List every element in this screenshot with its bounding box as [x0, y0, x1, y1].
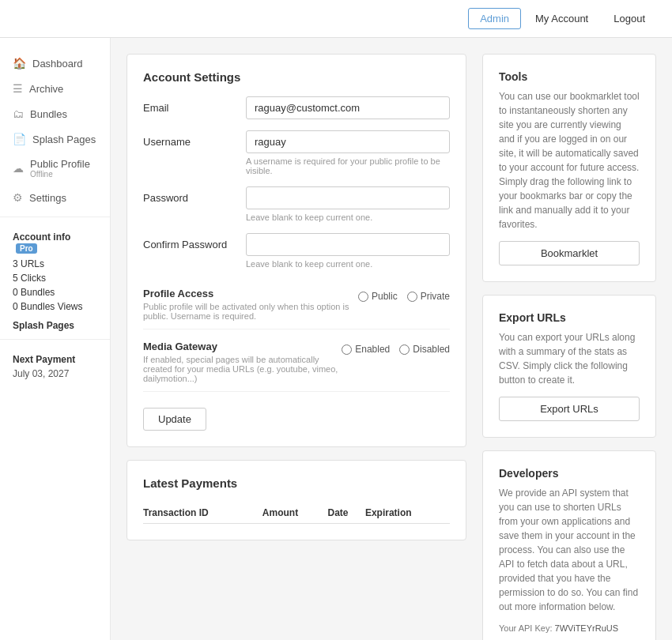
sidebar-label-splash: Splash Pages: [32, 134, 96, 145]
export-urls-title: Export URLs: [499, 311, 640, 324]
username-label: Username: [143, 130, 246, 148]
next-payment-label: Next Payment: [0, 346, 110, 367]
account-info-title: Account info Pro: [0, 224, 110, 257]
export-urls-desc: You can export your URLs along with a su…: [499, 330, 640, 387]
confirm-password-hint: Leave blank to keep current one.: [246, 259, 450, 269]
home-icon: 🏠: [13, 57, 26, 70]
media-gateway-left: Media Gateway If enabled, special pages …: [143, 341, 342, 383]
update-button[interactable]: Update: [143, 408, 206, 431]
sidebar-label-archive: Archive: [29, 83, 63, 95]
sidebar-item-settings[interactable]: ⚙ Settings: [0, 185, 110, 210]
sidebar-label-public-profile: Public Profile Offline: [30, 158, 90, 179]
email-row: Email: [143, 96, 450, 119]
media-disabled-radio[interactable]: Disabled: [399, 344, 450, 355]
account-settings-title: Account Settings: [143, 70, 450, 84]
my-account-button[interactable]: My Account: [524, 9, 599, 28]
media-enabled-label: Enabled: [355, 344, 390, 355]
profile-access-left: Profile Access Public profile will be ac…: [143, 288, 358, 321]
username-field-container: A username is required for your public p…: [246, 130, 450, 175]
splash-icon: 📄: [13, 133, 26, 145]
username-row: Username A username is required for your…: [143, 130, 450, 175]
main-content: Account Settings Email Username A userna…: [111, 38, 672, 640]
export-urls-card: Export URLs You can export your URLs alo…: [482, 295, 656, 438]
profile-access-desc: Public profile will be activated only wh…: [143, 302, 358, 321]
latest-payments-card: Latest Payments Transaction ID Amount Da…: [126, 460, 466, 540]
profile-access-title: Profile Access: [143, 288, 358, 299]
col-transaction-id: Transaction ID: [143, 503, 262, 524]
account-settings-card: Account Settings Email Username A userna…: [126, 54, 466, 447]
username-hint: A username is required for your public p…: [246, 156, 450, 175]
media-enabled-input[interactable]: [342, 344, 352, 355]
media-gateway-title: Media Gateway: [143, 341, 342, 352]
media-gateway-right: Enabled Disabled: [342, 341, 450, 355]
profile-access-right: Public Private: [358, 288, 450, 302]
col-expiration: Expiration: [365, 503, 450, 524]
top-nav: Admin My Account Logout: [0, 0, 672, 38]
media-enabled-radio[interactable]: Enabled: [342, 344, 390, 355]
logout-button[interactable]: Logout: [602, 9, 656, 28]
settings-icon: ⚙: [13, 191, 23, 204]
sidebar-label-bundles: Bundles: [30, 108, 67, 120]
tools-title: Tools: [499, 70, 640, 83]
profile-private-label: Private: [421, 291, 450, 302]
sidebar-item-splash-pages[interactable]: 📄 Splash Pages: [0, 126, 110, 152]
latest-payments-title: Latest Payments: [143, 476, 450, 490]
admin-button[interactable]: Admin: [468, 8, 521, 29]
media-disabled-input[interactable]: [399, 344, 410, 355]
col-date: Date: [327, 503, 364, 524]
splash-pages-subheading: Splash Pages: [0, 314, 110, 333]
sidebar-divider: [0, 216, 110, 217]
password-label: Password: [143, 186, 246, 204]
sidebar-label-settings: Settings: [29, 192, 66, 204]
sidebar: 🏠 Dashboard ☰ Archive 🗂 Bundles 📄 Splash…: [0, 38, 111, 640]
password-input[interactable]: [246, 186, 450, 209]
main-layout: 🏠 Dashboard ☰ Archive 🗂 Bundles 📄 Splash…: [0, 38, 672, 640]
stat-bundles-views: 0 Bundles Views: [0, 299, 110, 314]
api-key-label: Your API Key: 7WViTEYrRuUS: [499, 623, 640, 633]
export-urls-button[interactable]: Export URLs: [499, 397, 640, 421]
tools-desc: You can use our bookmarklet tool to inst…: [499, 89, 640, 232]
developers-desc: We provide an API system that you can us…: [499, 486, 640, 614]
next-payment-date: July 03, 2027: [0, 367, 110, 381]
col-amount: Amount: [262, 503, 328, 524]
profile-private-radio[interactable]: Private: [407, 291, 450, 302]
username-input[interactable]: [246, 130, 450, 153]
tools-card: Tools You can use our bookmarklet tool t…: [482, 54, 656, 282]
email-input[interactable]: [246, 96, 450, 119]
bookmarklet-button[interactable]: Bookmarklet: [499, 241, 640, 265]
sidebar-item-archive[interactable]: ☰ Archive: [0, 76, 110, 101]
email-label: Email: [143, 96, 246, 114]
pro-badge: Pro: [16, 243, 37, 254]
password-hint: Leave blank to keep current one.: [246, 213, 450, 222]
payments-table: Transaction ID Amount Date Expiration: [143, 503, 450, 524]
email-field-container: [246, 96, 450, 119]
left-column: Account Settings Email Username A userna…: [126, 54, 466, 640]
stat-clicks: 5 Clicks: [0, 271, 110, 285]
confirm-password-input[interactable]: [246, 233, 450, 256]
media-disabled-label: Disabled: [413, 344, 450, 355]
media-gateway-row: Media Gateway If enabled, special pages …: [143, 341, 450, 392]
stat-urls: 3 URLs: [0, 257, 110, 271]
confirm-password-label: Confirm Password: [143, 233, 246, 250]
profile-public-radio[interactable]: Public: [358, 291, 398, 302]
sidebar-item-dashboard[interactable]: 🏠 Dashboard: [0, 51, 110, 76]
password-row: Password Leave blank to keep current one…: [143, 186, 450, 222]
profile-public-label: Public: [372, 291, 398, 302]
profile-private-input[interactable]: [407, 292, 417, 302]
sidebar-divider-2: [0, 339, 110, 340]
confirm-password-row: Confirm Password Leave blank to keep cur…: [143, 233, 450, 269]
profile-access-row: Profile Access Public profile will be ac…: [143, 288, 450, 329]
developers-title: Developers: [499, 467, 640, 480]
sidebar-item-bundles[interactable]: 🗂 Bundles: [0, 101, 110, 126]
stat-bundles: 0 Bundles: [0, 285, 110, 299]
sidebar-item-public-profile[interactable]: ☁ Public Profile Offline: [0, 152, 110, 185]
confirm-password-field-container: Leave blank to keep current one.: [246, 233, 450, 269]
media-gateway-desc: If enabled, special pages will be automa…: [143, 355, 342, 383]
cloud-icon: ☁: [13, 162, 24, 175]
developers-card: Developers We provide an API system that…: [482, 450, 656, 640]
sidebar-label-dashboard: Dashboard: [32, 58, 83, 70]
profile-public-input[interactable]: [358, 292, 368, 302]
bundles-icon: 🗂: [13, 107, 24, 120]
right-column: Tools You can use our bookmarklet tool t…: [482, 54, 656, 640]
password-field-container: Leave blank to keep current one.: [246, 186, 450, 222]
